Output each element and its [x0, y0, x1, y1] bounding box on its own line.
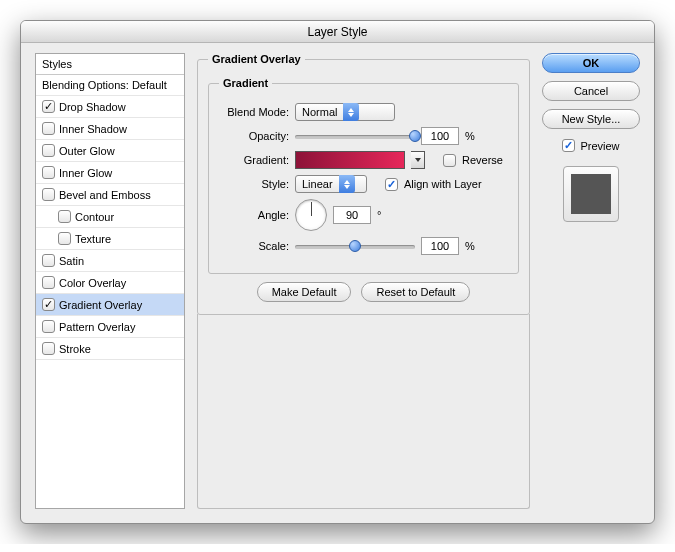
- angle-dial[interactable]: [295, 199, 327, 231]
- cancel-button[interactable]: Cancel: [542, 81, 640, 101]
- chevron-updown-icon: [339, 175, 355, 193]
- blending-options-row[interactable]: Blending Options: Default: [36, 75, 184, 96]
- layer-style-dialog: Layer Style Styles Blending Options: Def…: [20, 20, 655, 524]
- style-label: Color Overlay: [59, 277, 126, 289]
- scale-slider[interactable]: [295, 239, 415, 253]
- style-select[interactable]: Linear: [295, 175, 367, 193]
- section-title: Gradient Overlay: [208, 53, 305, 65]
- angle-label: Angle:: [219, 209, 289, 221]
- style-bevel-emboss[interactable]: Bevel and Emboss: [36, 184, 184, 206]
- preview-swatch-container: [563, 166, 619, 222]
- make-default-button[interactable]: Make Default: [257, 282, 352, 302]
- checkbox-icon[interactable]: [42, 298, 55, 311]
- style-label: Contour: [75, 211, 114, 223]
- scale-unit: %: [465, 240, 475, 252]
- new-style-button[interactable]: New Style...: [542, 109, 640, 129]
- preview-checkbox[interactable]: [562, 139, 575, 152]
- reverse-checkbox[interactable]: [443, 154, 456, 167]
- gradient-label: Gradient:: [219, 154, 289, 166]
- style-texture[interactable]: Texture: [36, 228, 184, 250]
- style-outer-glow[interactable]: Outer Glow: [36, 140, 184, 162]
- opacity-unit: %: [465, 130, 475, 142]
- style-pattern-overlay[interactable]: Pattern Overlay: [36, 316, 184, 338]
- style-stroke[interactable]: Stroke: [36, 338, 184, 360]
- checkbox-icon[interactable]: [42, 320, 55, 333]
- preview-label: Preview: [580, 140, 619, 152]
- gradient-overlay-group: Gradient Overlay Gradient Blend Mode: No…: [197, 53, 530, 315]
- checkbox-icon[interactable]: [42, 254, 55, 267]
- main-panel: Gradient Overlay Gradient Blend Mode: No…: [197, 53, 530, 509]
- style-label: Stroke: [59, 343, 91, 355]
- blend-mode-value: Normal: [302, 106, 337, 118]
- checkbox-icon[interactable]: [42, 122, 55, 135]
- reverse-label: Reverse: [462, 154, 503, 166]
- style-label: Pattern Overlay: [59, 321, 135, 333]
- opacity-slider[interactable]: [295, 129, 415, 143]
- styles-list: Drop Shadow Inner Shadow Outer Glow Inne…: [36, 96, 184, 360]
- opacity-label: Opacity:: [219, 130, 289, 142]
- style-inner-glow[interactable]: Inner Glow: [36, 162, 184, 184]
- angle-unit: °: [377, 209, 381, 221]
- checkbox-icon[interactable]: [42, 276, 55, 289]
- style-label: Gradient Overlay: [59, 299, 142, 311]
- slider-thumb-icon[interactable]: [409, 130, 421, 142]
- right-column: OK Cancel New Style... Preview: [542, 53, 640, 509]
- preview-swatch: [571, 174, 611, 214]
- style-satin[interactable]: Satin: [36, 250, 184, 272]
- style-value: Linear: [302, 178, 333, 190]
- checkbox-icon[interactable]: [42, 188, 55, 201]
- styles-header[interactable]: Styles: [36, 54, 184, 75]
- gradient-dropdown-icon[interactable]: [411, 151, 425, 169]
- titlebar: Layer Style: [21, 21, 654, 43]
- style-label: Outer Glow: [59, 145, 115, 157]
- style-label: Bevel and Emboss: [59, 189, 151, 201]
- scale-label: Scale:: [219, 240, 289, 252]
- style-label: Satin: [59, 255, 84, 267]
- checkbox-icon[interactable]: [42, 166, 55, 179]
- checkbox-icon[interactable]: [42, 100, 55, 113]
- align-label: Align with Layer: [404, 178, 482, 190]
- gradient-swatch[interactable]: [295, 151, 405, 169]
- angle-input[interactable]: [333, 206, 371, 224]
- style-contour[interactable]: Contour: [36, 206, 184, 228]
- slider-thumb-icon[interactable]: [349, 240, 361, 252]
- style-label-txt: Style:: [219, 178, 289, 190]
- blend-mode-select[interactable]: Normal: [295, 103, 395, 121]
- style-color-overlay[interactable]: Color Overlay: [36, 272, 184, 294]
- scale-input[interactable]: [421, 237, 459, 255]
- style-label: Drop Shadow: [59, 101, 126, 113]
- style-inner-shadow[interactable]: Inner Shadow: [36, 118, 184, 140]
- ok-button[interactable]: OK: [542, 53, 640, 73]
- gradient-group: Gradient Blend Mode: Normal Opacity:: [208, 77, 519, 274]
- checkbox-icon[interactable]: [42, 144, 55, 157]
- style-drop-shadow[interactable]: Drop Shadow: [36, 96, 184, 118]
- blending-options-label: Blending Options: Default: [42, 79, 167, 91]
- style-gradient-overlay[interactable]: Gradient Overlay: [36, 294, 184, 316]
- align-checkbox[interactable]: [385, 178, 398, 191]
- opacity-input[interactable]: [421, 127, 459, 145]
- styles-panel: Styles Blending Options: Default Drop Sh…: [35, 53, 185, 509]
- reset-default-button[interactable]: Reset to Default: [361, 282, 470, 302]
- checkbox-icon[interactable]: [42, 342, 55, 355]
- style-label: Texture: [75, 233, 111, 245]
- chevron-updown-icon: [343, 103, 359, 121]
- gradient-group-title: Gradient: [219, 77, 272, 89]
- window-title: Layer Style: [307, 25, 367, 39]
- blend-mode-label: Blend Mode:: [219, 106, 289, 118]
- checkbox-icon[interactable]: [58, 232, 71, 245]
- style-label: Inner Shadow: [59, 123, 127, 135]
- checkbox-icon[interactable]: [58, 210, 71, 223]
- panel-fill: [197, 314, 530, 509]
- style-label: Inner Glow: [59, 167, 112, 179]
